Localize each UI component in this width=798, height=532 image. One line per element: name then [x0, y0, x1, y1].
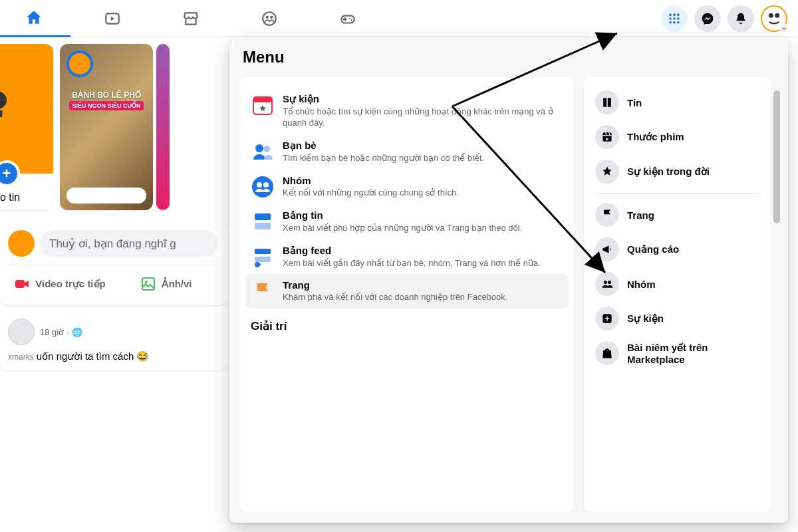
photo-icon [140, 276, 156, 292]
menu-create-column[interactable]: TinThước phimSự kiện trong đờiTrangQuảng… [585, 77, 771, 512]
post-author-avatar[interactable] [8, 319, 35, 345]
menu-item-newsfeed[interactable]: Bảng tinXem bài viết phù hợp của những n… [245, 204, 569, 239]
create-item-bag[interactable]: Bài niêm yết trên Marketplace [590, 336, 765, 370]
menu-shortcuts-column[interactable]: Sự kiệnTổ chức hoặc tìm sự kiện cùng nhữ… [240, 77, 574, 512]
create-item-reel[interactable]: Thước phim [590, 120, 765, 154]
create-item-plus-square[interactable]: Sự kiện [590, 301, 765, 336]
messenger-icon [701, 12, 714, 25]
create-item-book[interactable]: Tin [590, 85, 765, 120]
story-author-name [66, 188, 146, 203]
group-icon [595, 272, 619, 296]
create-item-label: Trang [627, 209, 654, 221]
story-author-avatar [66, 51, 93, 77]
watch-icon [104, 10, 121, 27]
svg-point-11 [669, 21, 672, 24]
menu-item-calendar-star[interactable]: Sự kiệnTổ chức hoặc tìm sự kiện cùng nhữ… [245, 88, 569, 134]
scrollbar[interactable] [773, 90, 780, 223]
menu-item-groups[interactable]: NhómKết nối với những người cùng chung s… [245, 170, 569, 204]
feeds-icon [251, 245, 275, 269]
create-item-label: Bài niêm yết trên Marketplace [627, 342, 760, 365]
menu-grid-button[interactable] [661, 5, 688, 32]
svg-point-16 [0, 91, 7, 109]
menu-item-friends[interactable]: Bạn bèTìm kiếm bạn bè hoặc những người b… [245, 134, 569, 170]
svg-rect-29 [255, 249, 271, 254]
friends-icon [251, 140, 275, 164]
svg-point-1 [263, 12, 276, 25]
create-story-label: ạo tin [0, 191, 20, 203]
composer-input[interactable]: Thuỷ ơi, bạn đang nghĩ g [40, 230, 218, 257]
marketplace-icon [182, 10, 200, 27]
svg-point-22 [255, 144, 263, 152]
svg-rect-27 [255, 213, 271, 220]
menu-item-label: Trang [283, 279, 507, 291]
nav-groups-tab[interactable] [233, 0, 306, 37]
create-item-megaphone[interactable]: Quảng cáo [590, 232, 765, 267]
live-video-action[interactable]: Video trực tiếp [8, 271, 112, 297]
star-icon [595, 160, 619, 184]
menu-panel: Menu Sự kiệnTổ chức hoặc tìm sự kiện cùn… [229, 37, 788, 523]
svg-point-5 [669, 13, 672, 16]
create-item-label: Sự kiện trong đời [627, 166, 710, 178]
create-story-image [0, 44, 53, 174]
svg-point-25 [257, 182, 262, 188]
menu-item-desc: Khám phá và kết nối với các doanh nghiệp… [283, 292, 507, 303]
create-item-group[interactable]: Nhóm [590, 267, 765, 301]
create-item-label: Tin [627, 97, 642, 108]
stories-tray[interactable]: + ạo tin BÁNH BÒ LÊ PHỐ SIÊU NGON SIÊU C… [0, 44, 226, 217]
menu-title: Menu [243, 48, 783, 66]
calendar-star-icon [251, 93, 275, 117]
nav-gaming-tab[interactable] [311, 0, 384, 37]
composer-avatar[interactable] [8, 230, 35, 257]
menu-item-desc: Xem bài viết phù hợp của những người và … [283, 223, 522, 234]
story-overlay-text: BÁNH BÒ LÊ PHỐ [66, 90, 146, 100]
create-story-card[interactable]: + ạo tin [0, 44, 53, 210]
text-fragment: xmarks [8, 352, 34, 362]
menu-item-desc: Tìm kiếm bạn bè hoặc những người bạn có … [283, 153, 484, 164]
create-item-label: Nhóm [627, 279, 656, 290]
account-avatar-button[interactable] [761, 5, 787, 32]
nav-home-tab[interactable] [0, 0, 70, 37]
messenger-button[interactable] [694, 5, 721, 32]
notifications-button[interactable] [728, 5, 754, 32]
live-video-label: Video trực tiếp [35, 278, 105, 290]
menu-divider [595, 193, 760, 194]
photo-video-label: Ảnh/vi [162, 278, 192, 290]
megaphone-icon [595, 237, 619, 261]
groups-icon [251, 175, 275, 199]
photo-video-action[interactable]: Ảnh/vi [114, 271, 218, 297]
top-navbar [0, 0, 798, 37]
plus-square-icon [595, 307, 619, 331]
menu-item-label: Sự kiện [283, 93, 563, 105]
nav-marketplace-tab[interactable] [154, 0, 227, 37]
post-text: uốn người ta tìm cách 😂 [37, 350, 150, 362]
svg-point-9 [673, 17, 676, 20]
nav-watch-tab[interactable] [76, 0, 149, 37]
create-item-star[interactable]: Sự kiện trong đời [590, 154, 765, 189]
menu-item-pages[interactable]: TrangKhám phá và kết nối với các doanh n… [245, 274, 569, 309]
pages-icon [251, 279, 275, 303]
story-card-peek[interactable] [156, 44, 170, 210]
menu-item-feeds[interactable]: Bảng feedXem bài viết gần đây nhất từ bạ… [245, 239, 569, 275]
reel-icon [595, 125, 619, 149]
post-timestamp: 18 giờ [40, 327, 64, 337]
svg-rect-17 [15, 280, 25, 288]
menu-item-desc: Kết nối với những người cùng chung sở th… [283, 188, 459, 199]
svg-point-19 [145, 281, 148, 283]
svg-rect-18 [142, 278, 154, 290]
svg-point-3 [270, 15, 273, 18]
svg-point-2 [266, 15, 269, 18]
create-item-label: Sự kiện [627, 313, 664, 325]
create-item-label: Thước phim [627, 131, 684, 143]
svg-point-23 [263, 146, 270, 152]
menu-item-desc: Tổ chức hoặc tìm sự kiện cùng những hoạt… [283, 106, 563, 129]
bag-icon [595, 341, 619, 365]
bell-icon [734, 12, 747, 25]
svg-point-7 [677, 13, 680, 16]
book-icon [595, 90, 619, 114]
svg-point-13 [677, 21, 680, 24]
create-item-flag[interactable]: Trang [590, 198, 765, 232]
svg-point-6 [673, 13, 676, 16]
grid-icon [668, 12, 681, 25]
svg-point-14 [769, 13, 773, 17]
story-card[interactable]: BÁNH BÒ LÊ PHỐ SIÊU NGON SIÊU CUỐN [60, 44, 153, 210]
